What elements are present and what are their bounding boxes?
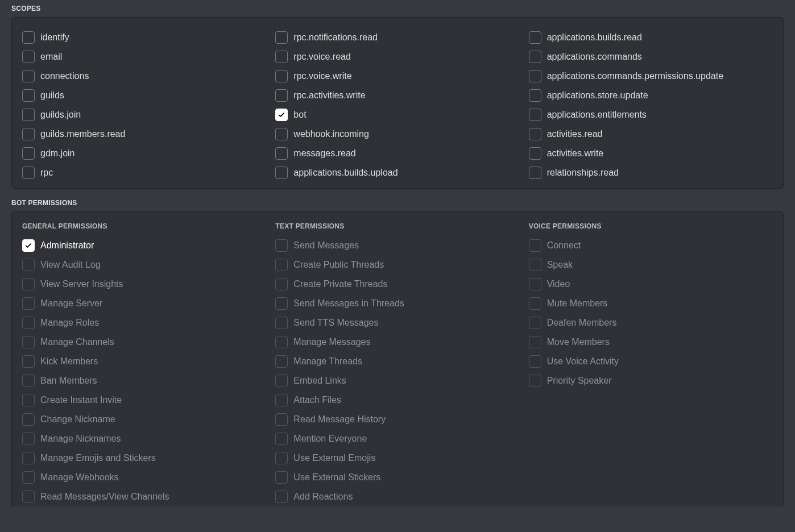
permission-row-mention-everyone: Mention Everyone (275, 429, 519, 448)
scope-checkbox-identify[interactable] (22, 31, 35, 44)
scope-row-applications-commands-permissions-update[interactable]: applications.commands.permissions.update (529, 66, 773, 86)
permission-label: Send TTS Messages (293, 318, 378, 327)
scope-row-guilds[interactable]: guilds (22, 86, 266, 105)
scope-row-webhook-incoming[interactable]: webhook.incoming (275, 124, 519, 144)
scope-label: applications.builds.upload (293, 168, 398, 177)
scope-row-connections[interactable]: connections (22, 66, 266, 86)
permission-row-create-public-threads: Create Public Threads (275, 255, 519, 275)
permission-checkbox-manage-emojis-and-stickers (22, 452, 35, 464)
permission-row-manage-threads: Manage Threads (275, 352, 519, 371)
scope-row-messages-read[interactable]: messages.read (275, 144, 519, 163)
scope-checkbox-rpc[interactable] (22, 167, 35, 179)
permission-row-attach-files: Attach Files (275, 390, 519, 410)
permission-checkbox-ban-members (22, 375, 35, 387)
permission-checkbox-manage-webhooks (22, 471, 35, 484)
scope-row-guilds-join[interactable]: guilds.join (22, 105, 266, 124)
scope-row-bot[interactable]: bot (275, 105, 519, 124)
scope-row-relationships-read[interactable]: relationships.read (529, 163, 773, 182)
scope-row-gdm-join[interactable]: gdm.join (22, 144, 266, 163)
scope-checkbox-webhook-incoming[interactable] (275, 128, 288, 140)
scope-checkbox-gdm-join[interactable] (22, 147, 35, 160)
scopes-section-title: SCOPES (11, 5, 795, 13)
scope-checkbox-applications-commands[interactable] (529, 51, 541, 63)
scope-row-activities-write[interactable]: activities.write (529, 144, 773, 163)
scope-checkbox-bot[interactable] (275, 109, 288, 121)
scope-row-rpc-voice-write[interactable]: rpc.voice.write (275, 66, 519, 86)
scope-row-activities-read[interactable]: activities.read (529, 124, 773, 144)
scope-checkbox-applications-builds-upload[interactable] (275, 167, 288, 179)
permission-checkbox-change-nickname (22, 413, 35, 426)
scope-row-rpc-voice-read[interactable]: rpc.voice.read (275, 47, 519, 66)
permission-label: Mention Everyone (293, 434, 367, 443)
permission-row-use-external-stickers: Use External Stickers (275, 468, 519, 487)
scope-row-applications-entitlements[interactable]: applications.entitlements (529, 105, 773, 124)
scope-checkbox-applications-store-update[interactable] (529, 89, 541, 102)
permission-checkbox-manage-messages (275, 336, 288, 348)
permission-checkbox-manage-server (22, 297, 35, 310)
permission-checkbox-video (529, 278, 541, 290)
scope-checkbox-activities-read[interactable] (529, 128, 541, 140)
scope-label: messages.read (293, 149, 355, 158)
scope-row-email[interactable]: email (22, 47, 266, 66)
permission-label: Manage Threads (293, 357, 362, 366)
permission-checkbox-use-external-stickers (275, 471, 288, 484)
scope-row-guilds-members-read[interactable]: guilds.members.read (22, 124, 266, 144)
permission-label: Move Members (547, 338, 610, 347)
scope-checkbox-relationships-read[interactable] (529, 167, 541, 179)
scope-row-applications-builds-upload[interactable]: applications.builds.upload (275, 163, 519, 182)
scope-checkbox-guilds[interactable] (22, 89, 35, 102)
permission-row-manage-webhooks: Manage Webhooks (22, 468, 266, 487)
permission-row-deafen-members: Deafen Members (529, 313, 773, 332)
scope-row-applications-commands[interactable]: applications.commands (529, 47, 773, 66)
permission-checkbox-manage-threads (275, 355, 288, 368)
scope-label: applications.commands (547, 52, 642, 61)
scope-label: webhook.incoming (293, 130, 369, 139)
scope-checkbox-applications-commands-permissions-update[interactable] (529, 70, 541, 82)
scope-row-applications-builds-read[interactable]: applications.builds.read (529, 28, 773, 47)
scope-row-rpc-notifications-read[interactable]: rpc.notifications.read (275, 28, 519, 47)
permission-row-change-nickname: Change Nickname (22, 410, 266, 429)
permission-row-embed-links: Embed Links (275, 371, 519, 390)
permission-checkbox-speak (529, 259, 541, 271)
scope-checkbox-rpc-activities-write[interactable] (275, 89, 288, 102)
scope-checkbox-rpc-notifications-read[interactable] (275, 31, 288, 44)
scope-label: gdm.join (40, 149, 74, 158)
scope-label: guilds.members.read (40, 130, 125, 139)
permission-label: View Server Insights (40, 280, 123, 289)
permission-label: Add Reactions (293, 492, 353, 501)
scope-row-identify[interactable]: identify (22, 28, 266, 47)
permission-checkbox-kick-members (22, 355, 35, 368)
scope-label: activities.write (547, 149, 604, 158)
permission-label: Speak (547, 260, 573, 269)
permission-checkbox-read-message-history (275, 413, 288, 426)
permission-label: View Audit Log (40, 260, 101, 269)
scope-row-rpc-activities-write[interactable]: rpc.activities.write (275, 86, 519, 105)
bot-permissions-panel: GENERAL PERMISSIONSAdministratorView Aud… (11, 211, 784, 506)
permission-label: Change Nickname (40, 415, 115, 424)
scope-checkbox-rpc-voice-read[interactable] (275, 51, 288, 63)
permission-label: Manage Roles (40, 318, 99, 327)
permission-label: Connect (547, 241, 581, 250)
scope-checkbox-connections[interactable] (22, 70, 35, 82)
scope-checkbox-guilds-join[interactable] (22, 109, 35, 121)
permission-row-administrator[interactable]: Administrator (22, 236, 266, 255)
scope-checkbox-activities-write[interactable] (529, 147, 541, 160)
scope-row-rpc[interactable]: rpc (22, 163, 266, 182)
permission-checkbox-priority-speaker (529, 375, 541, 387)
permission-checkbox-send-messages (275, 239, 288, 252)
scope-checkbox-rpc-voice-write[interactable] (275, 70, 288, 82)
scope-label: relationships.read (547, 168, 619, 177)
permission-label: Embed Links (293, 376, 346, 385)
permission-checkbox-connect (529, 239, 541, 252)
scope-label: guilds (40, 91, 64, 100)
scope-row-applications-store-update[interactable]: applications.store.update (529, 86, 773, 105)
permission-checkbox-attach-files (275, 394, 288, 406)
scope-checkbox-guilds-members-read[interactable] (22, 128, 35, 140)
scope-checkbox-applications-entitlements[interactable] (529, 109, 541, 121)
permission-label: Manage Messages (293, 338, 370, 347)
permission-checkbox-administrator[interactable] (22, 239, 35, 252)
scope-checkbox-messages-read[interactable] (275, 147, 288, 160)
scope-checkbox-applications-builds-read[interactable] (529, 31, 541, 44)
scope-checkbox-email[interactable] (22, 51, 35, 63)
permission-checkbox-create-private-threads (275, 278, 288, 290)
